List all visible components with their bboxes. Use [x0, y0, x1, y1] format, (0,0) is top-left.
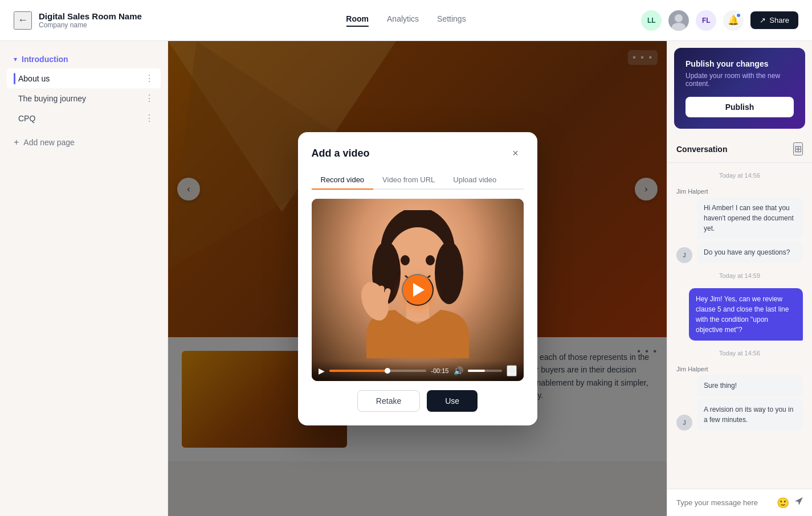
chat-sender-jim-2: Jim Halpert [676, 366, 803, 372]
brand: Digital Sales Room Name Company name [39, 11, 142, 29]
tab-settings[interactable]: Settings [437, 14, 466, 27]
main-content: ▾ Introduction About us ⋮ The buying jou… [0, 41, 812, 516]
avatar-ll[interactable]: LL [641, 10, 662, 31]
plus-icon: + [14, 137, 19, 148]
avatar-photo[interactable] [668, 10, 689, 31]
sidebar-dots-buying-journey[interactable]: ⋮ [145, 93, 154, 104]
chat-avatar-row-2: J Sure thing! A revision on its way to y… [676, 375, 803, 431]
tab-video-from-url[interactable]: Video from URL [373, 171, 444, 190]
right-panel: Publish your changes Update your room wi… [667, 41, 812, 516]
chat-input-area: 🙂 [667, 489, 812, 516]
chat-avatar-jim-2: J [676, 415, 692, 431]
publish-button[interactable]: Publish [685, 97, 794, 117]
chat-group-sent: Hey Jim! Yes, can we review clause 5 and… [676, 288, 803, 341]
modal-header: Add a video × [312, 146, 524, 162]
play-button[interactable] [402, 274, 434, 306]
top-nav: ← Digital Sales Room Name Company name R… [0, 0, 812, 41]
chat-messages: Today at 14:56 Jim Halpert J Hi Amber! I… [667, 163, 812, 489]
sidebar-section-header[interactable]: ▾ Introduction [7, 50, 161, 68]
share-icon: ↗ [760, 16, 766, 24]
svg-point-1 [675, 14, 683, 22]
retake-button[interactable]: Retake [357, 390, 420, 412]
sidebar-item-buying-journey[interactable]: The buying journey ⋮ [7, 88, 161, 108]
modal-close-button[interactable]: × [508, 146, 524, 162]
add-video-modal: Add a video × Record video Video from UR… [298, 132, 537, 425]
sidebar-item-about-us[interactable]: About us ⋮ [7, 68, 161, 88]
back-button[interactable]: ← [14, 11, 32, 30]
avatar-fl[interactable]: FL [696, 10, 716, 31]
modal-tabs: Record video Video from URL Upload video [312, 171, 524, 190]
chat-bubble-sent: Hey Jim! Yes, can we review clause 5 and… [689, 288, 803, 341]
sidebar-item-cpq[interactable]: CPQ ⋮ [7, 108, 161, 128]
tab-room[interactable]: Room [346, 14, 369, 27]
video-preview: ▶ -00:15 🔊 ⛶ [312, 199, 524, 381]
conversation-header: Conversation ⊞ [667, 136, 812, 163]
tab-analytics[interactable]: Analytics [387, 14, 419, 27]
chat-avatar-row-1: J Hi Amber! I can see that you haven't o… [676, 197, 803, 263]
chat-avatar-jim: J [676, 247, 692, 263]
play-button-container [312, 199, 524, 381]
nav-tabs: Room Analytics Settings [346, 14, 466, 27]
modal-title: Add a video [312, 148, 370, 159]
chat-bubble-2: Do you have any questions? [697, 241, 803, 263]
chat-input[interactable] [676, 498, 772, 507]
use-button[interactable]: Use [427, 390, 478, 412]
chevron-down-icon: ▾ [14, 55, 17, 63]
chat-bubbles-jim-2: Sure thing! A revision on its way to you… [697, 375, 803, 431]
play-triangle-icon [413, 283, 425, 297]
chat-bubble-revision: A revision on its way to you in a few mi… [697, 399, 803, 431]
nav-right: LL FL 🔔 ↗ Share [641, 10, 798, 31]
chat-bubble-sure: Sure thing! [697, 375, 803, 396]
company-name: Company name [39, 21, 142, 29]
center-content: • • • ‹ › • • • relevance, context, choi… [168, 41, 667, 516]
chat-date-2: Today at 14:59 [676, 272, 803, 279]
add-new-page-button[interactable]: + Add new page [7, 133, 161, 152]
sidebar: ▾ Introduction About us ⋮ The buying jou… [0, 41, 168, 516]
modal-overlay[interactable]: Add a video × Record video Video from UR… [168, 41, 667, 516]
publish-box: Publish your changes Update your room wi… [674, 48, 805, 129]
send-icon [794, 496, 804, 506]
conversation-title: Conversation [676, 145, 727, 154]
tab-upload-video[interactable]: Upload video [444, 171, 505, 190]
notification-badge [736, 13, 741, 18]
emoji-button[interactable]: 🙂 [777, 497, 789, 509]
sidebar-dots-about-us[interactable]: ⋮ [145, 73, 154, 84]
chat-bubble-1: Hi Amber! I can see that you haven't ope… [697, 197, 803, 239]
chat-group-jim-1: Jim Halpert J Hi Amber! I can see that y… [676, 188, 803, 263]
tab-record-video[interactable]: Record video [312, 171, 374, 190]
chat-date-1: Today at 14:56 [676, 172, 803, 179]
modal-actions: Retake Use [312, 390, 524, 412]
publish-subtitle: Update your room with the new content. [685, 72, 794, 88]
send-button[interactable] [794, 496, 804, 509]
publish-title: Publish your changes [685, 59, 794, 68]
chat-bubbles-jim-1: Hi Amber! I can see that you haven't ope… [697, 197, 803, 263]
chat-date-3: Today at 14:56 [676, 350, 803, 357]
expand-conversation-button[interactable]: ⊞ [793, 142, 803, 155]
chat-sender-jim-1: Jim Halpert [676, 188, 803, 195]
chat-group-jim-2: Jim Halpert J Sure thing! A revision on … [676, 366, 803, 431]
app-title: Digital Sales Room Name [39, 11, 142, 21]
notification-button[interactable]: 🔔 [723, 10, 744, 31]
sidebar-dots-cpq[interactable]: ⋮ [145, 113, 154, 124]
sidebar-section-title: Introduction [22, 55, 68, 64]
share-button[interactable]: ↗ Share [750, 11, 798, 29]
